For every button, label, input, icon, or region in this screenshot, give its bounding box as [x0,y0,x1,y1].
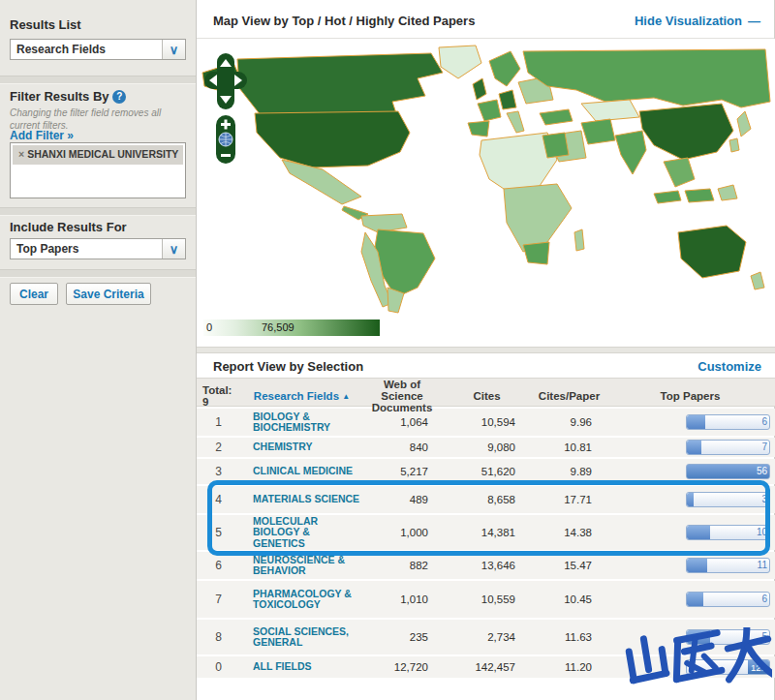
cites-value: 13,646 [441,560,533,571]
documents-value: 1,000 [363,527,441,538]
results-list-dropdown[interactable]: Research Fields ∨ [10,39,186,60]
top-papers-value: 121 [748,660,769,674]
remove-filter-icon[interactable]: × [18,148,24,160]
research-field-link[interactable]: SOCIAL SCIENCES, GENERAL [240,626,363,649]
column-header-top-papers[interactable]: Top Papers [605,390,775,402]
table-row: 3CLINICAL MEDICINE5,21751,6209.8956 [197,459,775,484]
column-header-documents[interactable]: Web of Science Documents [363,379,441,413]
research-field-link[interactable]: CHEMISTRY [240,441,363,452]
table-row: 0ALL FIELDS12,720142,45711.20121 [197,656,775,678]
top-papers-bar[interactable]: 10 [686,525,770,540]
cites-per-paper-value: 10.45 [533,593,605,605]
chevron-down-icon[interactable]: ∨ [162,40,185,59]
top-papers-bar[interactable]: 11 [686,558,770,573]
bar-fill [687,415,705,429]
minus-icon: — [748,14,760,28]
clear-button[interactable]: Clear [10,283,58,305]
cites-per-paper-value: 11.20 [533,661,605,673]
chevron-down-icon[interactable]: ∨ [162,239,185,259]
top-papers-value: 3 [761,494,767,504]
top-papers-bar[interactable]: 56 [686,464,770,479]
top-papers-bar[interactable]: 7 [686,440,770,455]
cites-value: 10,594 [441,416,533,428]
save-criteria-button[interactable]: Save Criteria [66,283,151,305]
column-header-research-fields[interactable]: Research Fields ▲ [240,390,363,402]
include-results-dropdown-value: Top Papers [11,242,162,256]
top-papers-bar[interactable]: 6 [686,414,770,430]
row-rank: 5 [197,526,240,539]
bar-fill [687,526,710,539]
sidebar-divider [0,207,196,216]
research-field-link[interactable]: MOLECULAR BIOLOGY & GENETICS [240,516,363,549]
research-field-link[interactable]: CLINICAL MEDICINE [240,466,363,476]
table-row: 2CHEMISTRY8409,08010.817 [197,438,775,457]
include-results-dropdown[interactable]: Top Papers ∨ [10,238,186,259]
documents-value: 1,064 [363,416,441,428]
top-papers-cell: 11 [605,558,775,573]
research-field-link[interactable]: BIOLOGY & BIOCHEMISTRY [240,411,363,434]
help-icon[interactable]: ? [112,90,126,104]
hide-visualization-link[interactable]: Hide Visualization— [635,14,760,28]
top-papers-value: 56 [757,466,767,476]
top-papers-cell: 56 [605,464,775,479]
results-list-dropdown-value: Research Fields [11,43,162,56]
research-field-link[interactable]: MATERIALS SCIENCE [240,494,363,504]
filter-chip[interactable]: ×SHANXI MEDICAL UNIVERSITY [13,145,183,165]
cites-per-paper-value: 10.81 [533,441,605,453]
top-papers-cell: 7 [605,440,775,455]
row-rank: 1 [197,415,240,429]
research-field-link[interactable]: PHARMACOLOGY & TOXICOLOGY [240,589,363,611]
bar-fill [687,493,694,506]
top-papers-bar[interactable]: 121 [686,659,770,675]
map-legend: 0 76,509 [203,320,380,336]
bar-fill [687,559,707,572]
add-filter-link[interactable]: Add Filter » [10,129,74,142]
top-papers-cell: 121 [605,659,775,675]
table-row: 8SOCIAL SCIENCES, GENERAL2352,73411.635 [197,620,775,654]
cites-value: 51,620 [441,466,533,477]
top-papers-bar[interactable]: 6 [686,592,770,607]
active-filters-listbox[interactable]: ×SHANXI MEDICAL UNIVERSITY [10,142,186,198]
customize-link[interactable]: Customize [698,359,761,374]
bar-fill [687,441,701,454]
report-title: Report View by Selection [213,359,363,374]
top-papers-bar[interactable]: 3 [686,492,770,507]
legend-min-value: 0 [206,321,212,333]
map-controls[interactable] [204,53,249,166]
research-field-link[interactable]: NEUROSCIENCE & BEHAVIOR [240,555,363,577]
row-rank: 0 [197,660,240,674]
row-rank: 6 [197,559,240,572]
cites-per-paper-value: 17.71 [533,494,605,505]
top-papers-cell: 5 [605,629,775,645]
top-papers-value: 11 [758,560,767,570]
section-divider [197,347,775,353]
research-field-link[interactable]: ALL FIELDS [240,661,363,672]
table-row: 7PHARMACOLOGY & TOXICOLOGY1,01010,55910.… [197,581,775,618]
table-row: 1BIOLOGY & BIOCHEMISTRY1,06410,5949.966 [197,409,775,436]
column-header-cites-paper[interactable]: Cites/Paper [533,390,605,402]
table-header-row: Total:9 Research Fields ▲ Web of Science… [197,378,775,407]
top-papers-cell: 10 [605,525,775,540]
cites-per-paper-value: 14.38 [533,527,605,538]
filter-chip-label: SHANXI MEDICAL UNIVERSITY [27,148,178,160]
table-row: 6NEUROSCIENCE & BEHAVIOR88213,64615.4711 [197,552,775,579]
top-papers-bar[interactable]: 5 [686,629,770,645]
top-papers-value: 6 [761,416,767,427]
column-header-cites[interactable]: Cites [441,390,533,402]
top-papers-value: 5 [761,631,767,642]
top-papers-cell: 6 [605,414,775,430]
zoom-out-icon[interactable] [221,154,231,157]
cites-value: 2,734 [441,631,533,643]
top-papers-cell: 6 [605,592,775,607]
sidebar-divider [0,269,196,278]
cites-value: 14,381 [441,527,533,538]
table-row: 5MOLECULAR BIOLOGY & GENETICS1,00014,381… [197,515,775,550]
cites-per-paper-value: 9.89 [533,466,605,477]
include-results-heading: Include Results For [10,220,127,234]
bar-fill [687,630,710,644]
row-rank: 4 [197,493,240,506]
world-map[interactable] [199,44,773,315]
main-panel: Map View by Top / Hot / Highly Cited Pap… [197,0,775,700]
legend-max-value: 76,509 [262,321,294,333]
cites-value: 8,658 [441,494,533,505]
